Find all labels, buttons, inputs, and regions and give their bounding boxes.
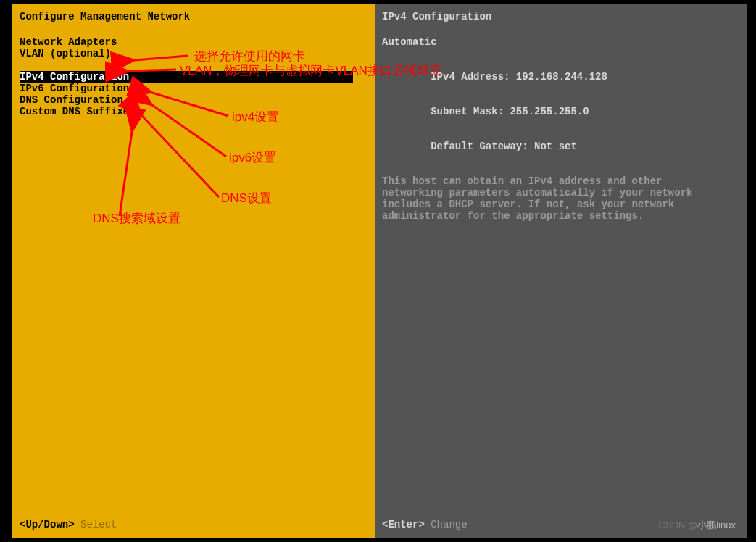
left-menu: Network Adapters VLAN (optional) IPv4 Co… — [12, 36, 375, 514]
detail-mode: Automatic — [382, 36, 740, 48]
right-details: Automatic IPv4 Address: 192.168.244.128 … — [375, 36, 747, 514]
detail-gateway-label: Default Gateway: — [431, 141, 528, 152]
watermark-at: @ — [688, 520, 697, 530]
watermark-name: 小鹏linux — [697, 520, 736, 530]
left-footer-key: <Up/Down> — [20, 519, 75, 530]
left-footer: <Up/Down> Select — [12, 514, 375, 538]
detail-ipv4-address: 192.168.244.128 — [516, 71, 607, 83]
detail-ipv4-label: IPv4 Address: — [431, 71, 510, 83]
detail-ipv4-line: IPv4 Address: 192.168.244.128 — [382, 59, 740, 94]
right-panel: IPv4 Configuration Automatic IPv4 Addres… — [375, 4, 747, 538]
watermark: CSDN @小鹏linux — [659, 519, 736, 532]
detail-spacer — [382, 48, 740, 59]
detail-gateway-line: Default Gateway: Not set — [382, 129, 740, 164]
right-footer-hint: Change — [431, 519, 467, 530]
watermark-prefix: CSDN — [659, 520, 688, 530]
main-container: Configure Management Network Network Ada… — [12, 4, 747, 538]
menu-spacer — [20, 59, 367, 71]
detail-subnet-mask: 255.255.255.0 — [510, 106, 589, 117]
menu-ipv4-configuration[interactable]: IPv4 Configuration — [20, 71, 353, 83]
left-panel-title: Configure Management Network — [12, 4, 375, 36]
detail-subnet-label: Subnet Mask: — [431, 106, 504, 117]
detail-gateway-value: Not set — [534, 141, 577, 152]
left-panel: Configure Management Network Network Ada… — [12, 4, 375, 538]
menu-dns-configuration[interactable]: DNS Configuration — [20, 94, 367, 106]
right-footer-key: <Enter> — [382, 519, 425, 530]
detail-subnet-line: Subnet Mask: 255.255.255.0 — [382, 94, 740, 129]
right-panel-title: IPv4 Configuration — [375, 4, 747, 36]
help-spacer — [382, 164, 740, 175]
menu-ipv6-configuration[interactable]: IPv6 Configuration — [20, 83, 367, 94]
menu-custom-dns-suffixes[interactable]: Custom DNS Suffixes — [20, 106, 367, 117]
left-footer-hint: Select — [80, 519, 117, 530]
help-text: This host can obtain an IPv4 address and… — [382, 175, 723, 222]
menu-vlan-optional[interactable]: VLAN (optional) — [20, 48, 367, 59]
menu-network-adapters[interactable]: Network Adapters — [20, 36, 367, 48]
